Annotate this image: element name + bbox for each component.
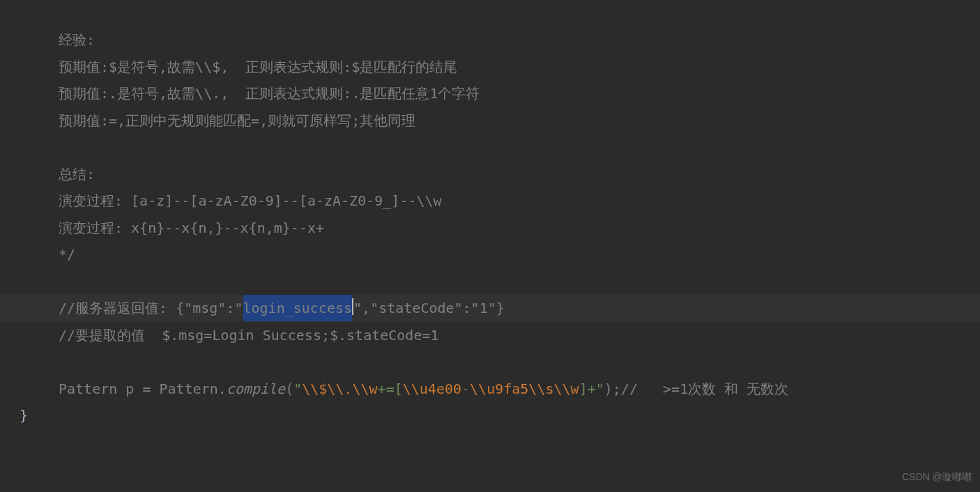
comment-text: 经验: — [59, 26, 95, 53]
comment-text: 总结: — [59, 161, 95, 187]
code-line[interactable]: 经验: — [59, 26, 980, 54]
code-line[interactable]: */ — [59, 241, 980, 268]
string-literal: - — [461, 376, 470, 402]
code-line[interactable] — [59, 348, 980, 376]
code-line[interactable]: 预期值:$是符号,故需\\$, 正则表达式规则:$是匹配行的结尾 — [59, 54, 980, 81]
code-text: = Pattern. — [142, 376, 226, 402]
string-escape: \\u4e00 — [403, 376, 461, 402]
code-line[interactable]: Pattern p = Pattern.compile("\\$\\.\\w+=… — [59, 376, 980, 403]
code-line-highlighted[interactable]: //服务器返回值: {"msg":"login_success","stateC… — [0, 295, 980, 322]
comment-text: ","stateCode":"1"} — [353, 295, 505, 321]
string-escape: \\$\\.\\w — [302, 376, 377, 402]
comment-text: 演变过程: x{n}--x{n,}--x{n,m}--x+ — [59, 215, 324, 241]
comment-text: //服务器返回值: {"msg":" — [59, 295, 243, 321]
closing-brace: } — [20, 402, 28, 429]
code-line[interactable]: 总结: — [59, 161, 980, 188]
comment-text: 预期值:=,正则中无规则能匹配=,则就可原样写;其他同理 — [59, 107, 415, 134]
paren: ); — [604, 376, 621, 402]
comment-text: //要提取的值 $.msg=Login Success;$.stateCode=… — [59, 322, 439, 348]
watermark: CSDN @璇嘟嘟 — [902, 468, 972, 486]
comment-text: // >=1次数 和 无数次 — [621, 376, 788, 402]
code-line[interactable]: 预期值:.是符号,故需\\., 正则表达式规则:.是匹配任意1个字符 — [59, 80, 980, 107]
variable: p — [125, 376, 142, 402]
code-line[interactable]: 预期值:=,正则中无规则能匹配=,则就可原样写;其他同理 — [59, 107, 980, 134]
paren: ( — [285, 376, 293, 402]
string-literal: +=[ — [378, 376, 403, 402]
code-editor[interactable]: 经验: 预期值:$是符号,故需\\$, 正则表达式规则:$是匹配行的结尾 预期值… — [0, 0, 980, 429]
selected-text: login_success — [243, 295, 353, 321]
string-literal: ]+" — [579, 376, 604, 402]
code-line[interactable] — [59, 268, 980, 295]
code-line[interactable]: //要提取的值 $.msg=Login Success;$.stateCode=… — [59, 322, 980, 349]
code-line[interactable]: } — [20, 402, 980, 429]
comment-text: 演变过程: [a-z]--[a-zA-Z0-9]--[a-zA-Z0-9_]--… — [59, 187, 442, 214]
code-line[interactable]: 演变过程: [a-z]--[a-zA-Z0-9]--[a-zA-Z0-9_]--… — [59, 187, 980, 215]
comment-text: 预期值:.是符号,故需\\., 正则表达式规则:.是匹配任意1个字符 — [59, 80, 480, 107]
comment-text: 预期值:$是符号,故需\\$, 正则表达式规则:$是匹配行的结尾 — [59, 54, 457, 80]
string-literal: " — [293, 376, 302, 402]
class-name: Pattern — [59, 376, 125, 402]
comment-end: */ — [59, 241, 75, 268]
code-line[interactable] — [59, 134, 980, 161]
text-cursor — [352, 298, 353, 315]
method-name: compile — [227, 376, 285, 402]
code-line[interactable]: 演变过程: x{n}--x{n,}--x{n,m}--x+ — [59, 215, 980, 242]
string-escape: \\u9fa5\\s\\w — [470, 376, 579, 402]
